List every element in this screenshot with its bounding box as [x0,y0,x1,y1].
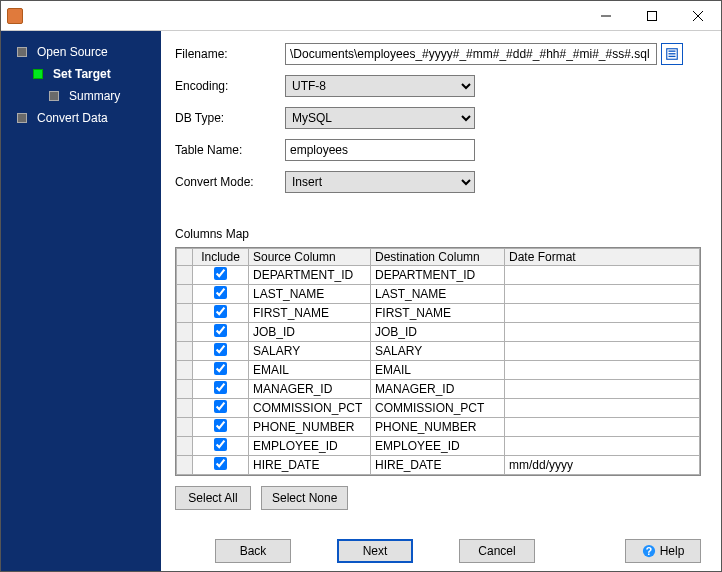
rowheader[interactable] [177,304,193,323]
select-none-button[interactable]: Select None [261,486,348,510]
cell-source[interactable]: FIRST_NAME [249,304,371,323]
rowheader[interactable] [177,418,193,437]
rowheader[interactable] [177,285,193,304]
cell-source[interactable]: PHONE_NUMBER [249,418,371,437]
table-row[interactable]: COMMISSION_PCTCOMMISSION_PCT [177,399,700,418]
tablename-field[interactable] [285,139,475,161]
rowheader[interactable] [177,437,193,456]
include-checkbox[interactable] [214,267,227,280]
filename-field[interactable] [285,43,657,65]
cell-destination[interactable]: PHONE_NUMBER [371,418,505,437]
svg-text:?: ? [645,545,651,557]
sidebar-item-convert-data[interactable]: Convert Data [1,107,161,129]
cell-date-format[interactable] [505,418,700,437]
select-all-button[interactable]: Select All [175,486,251,510]
cell-source[interactable]: JOB_ID [249,323,371,342]
browse-file-button[interactable] [661,43,683,65]
table-row[interactable]: SALARYSALARY [177,342,700,361]
col-date-format[interactable]: Date Format [505,249,700,266]
include-checkbox[interactable] [214,419,227,432]
col-destination[interactable]: Destination Column [371,249,505,266]
tablename-label: Table Name: [175,143,285,157]
cell-source[interactable]: MANAGER_ID [249,380,371,399]
rowheader[interactable] [177,361,193,380]
content-pane: Filename: Encoding: UTF-8 DB Type: MySQL [161,31,721,571]
sidebar-item-label: Summary [69,89,120,103]
sidebar-item-set-target[interactable]: Set Target [1,63,161,85]
minimize-button[interactable] [583,1,629,31]
include-checkbox[interactable] [214,381,227,394]
col-source[interactable]: Source Column [249,249,371,266]
columns-map-grid[interactable]: Include Source Column Destination Column… [175,247,701,476]
include-checkbox[interactable] [214,324,227,337]
cell-source[interactable]: SALARY [249,342,371,361]
cell-source[interactable]: DEPARTMENT_ID [249,266,371,285]
cell-date-format[interactable] [505,380,700,399]
include-checkbox[interactable] [214,362,227,375]
dbtype-select[interactable]: MySQL [285,107,475,129]
rowheader[interactable] [177,380,193,399]
cancel-button[interactable]: Cancel [459,539,535,563]
help-button[interactable]: ? Help [625,539,701,563]
rowheader[interactable] [177,342,193,361]
maximize-button[interactable] [629,1,675,31]
include-checkbox[interactable] [214,457,227,470]
columns-map-title: Columns Map [175,227,701,241]
rowheader[interactable] [177,266,193,285]
include-checkbox[interactable] [214,400,227,413]
cell-destination[interactable]: LAST_NAME [371,285,505,304]
col-include[interactable]: Include [193,249,249,266]
table-row[interactable]: JOB_IDJOB_ID [177,323,700,342]
convertmode-select[interactable]: Insert [285,171,475,193]
cell-destination[interactable]: MANAGER_ID [371,380,505,399]
cell-destination[interactable]: FIRST_NAME [371,304,505,323]
cell-destination[interactable]: JOB_ID [371,323,505,342]
cell-date-format[interactable]: mm/dd/yyyy [505,456,700,475]
step-icon [33,69,43,79]
include-checkbox[interactable] [214,343,227,356]
cell-date-format[interactable] [505,437,700,456]
table-row[interactable]: HIRE_DATEHIRE_DATEmm/dd/yyyy [177,456,700,475]
cell-date-format[interactable] [505,323,700,342]
cell-date-format[interactable] [505,361,700,380]
next-button[interactable]: Next [337,539,413,563]
cell-source[interactable]: HIRE_DATE [249,456,371,475]
cell-date-format[interactable] [505,285,700,304]
cell-date-format[interactable] [505,304,700,323]
cell-destination[interactable]: EMAIL [371,361,505,380]
cell-destination[interactable]: COMMISSION_PCT [371,399,505,418]
table-row[interactable]: PHONE_NUMBERPHONE_NUMBER [177,418,700,437]
rowheader[interactable] [177,323,193,342]
cell-source[interactable]: EMAIL [249,361,371,380]
include-checkbox[interactable] [214,305,227,318]
table-row[interactable]: LAST_NAMELAST_NAME [177,285,700,304]
rowheader[interactable] [177,399,193,418]
cell-source[interactable]: EMPLOYEE_ID [249,437,371,456]
titlebar [1,1,721,31]
sidebar-item-label: Set Target [53,67,111,81]
cell-source[interactable]: LAST_NAME [249,285,371,304]
cell-destination[interactable]: DEPARTMENT_ID [371,266,505,285]
cell-destination[interactable]: SALARY [371,342,505,361]
back-button[interactable]: Back [215,539,291,563]
cell-source[interactable]: COMMISSION_PCT [249,399,371,418]
cell-date-format[interactable] [505,266,700,285]
rowheader[interactable] [177,456,193,475]
sidebar-item-summary[interactable]: Summary [1,85,161,107]
sidebar-item-open-source[interactable]: Open Source [1,41,161,63]
help-icon: ? [642,544,656,558]
cell-destination[interactable]: HIRE_DATE [371,456,505,475]
cell-date-format[interactable] [505,342,700,361]
cell-date-format[interactable] [505,399,700,418]
table-row[interactable]: EMPLOYEE_IDEMPLOYEE_ID [177,437,700,456]
cell-destination[interactable]: EMPLOYEE_ID [371,437,505,456]
include-checkbox[interactable] [214,438,227,451]
table-row[interactable]: MANAGER_IDMANAGER_ID [177,380,700,399]
table-row[interactable]: FIRST_NAMEFIRST_NAME [177,304,700,323]
include-checkbox[interactable] [214,286,227,299]
table-row[interactable]: DEPARTMENT_IDDEPARTMENT_ID [177,266,700,285]
close-button[interactable] [675,1,721,31]
dbtype-label: DB Type: [175,111,285,125]
encoding-select[interactable]: UTF-8 [285,75,475,97]
table-row[interactable]: EMAILEMAIL [177,361,700,380]
